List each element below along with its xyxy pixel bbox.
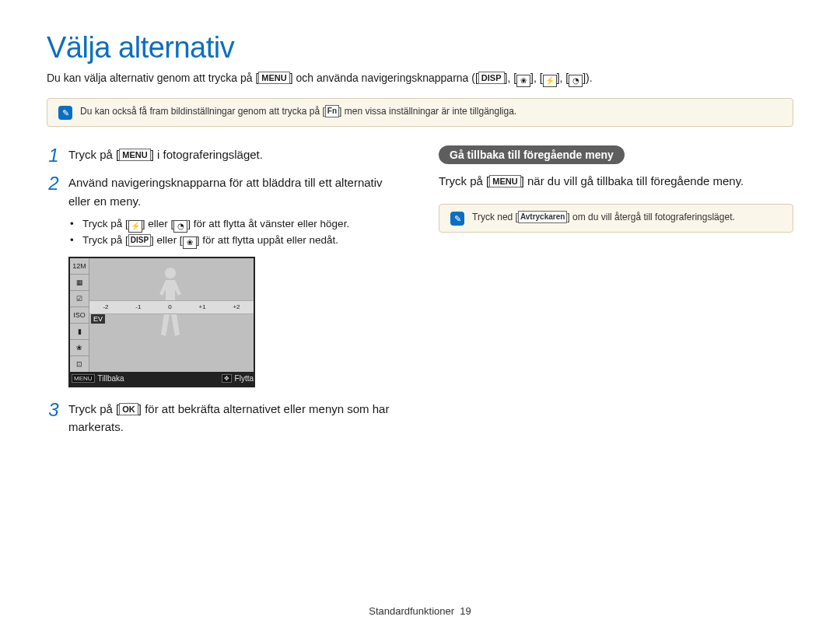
right-note-post: ] om du vill återgå till fotograferingsl… <box>567 212 734 222</box>
menu-key: MENU <box>489 175 520 187</box>
lcd-side-icons: 12M ▦ ☑ ISO ▮ ❀ ⊡ <box>70 258 89 372</box>
lcd-canvas: -2 -1 0 +1 +2 EV <box>89 258 254 372</box>
flash-icon: ⚡ <box>128 220 142 233</box>
lcd-side-icon: ▦ <box>70 275 89 291</box>
disp-key: DISP <box>478 72 505 84</box>
top-note: ✎ Du kan också få fram bildinställningar… <box>47 98 793 127</box>
intro-prefix: Du kan välja alternativ genom att trycka… <box>47 72 258 84</box>
note-icon: ✎ <box>450 212 464 226</box>
intro-text: Du kan välja alternativ genom att trycka… <box>47 69 793 87</box>
ev-tick: -2 <box>103 303 108 310</box>
lcd-side-icon: ❀ <box>70 340 89 356</box>
s2a-post: ] för att flytta åt vänster eller höger. <box>187 218 349 229</box>
page-footer: Standardfunktioner 19 <box>0 605 840 617</box>
s2a-mid: ] eller [ <box>142 218 174 229</box>
right-note: ✎ Tryck ned [Avtryckaren] om du vill åte… <box>439 204 793 233</box>
intro-close: ]). <box>583 72 592 84</box>
step-3: 3 Tryck på [OK] för att bekräfta alterna… <box>47 400 401 436</box>
step-2-num: 2 <box>47 173 61 210</box>
step-1: 1 Tryck på [MENU] i fotograferingsläget. <box>47 145 401 166</box>
flash-icon: ⚡ <box>543 75 557 87</box>
flower-icon: ❀ <box>516 75 530 87</box>
lcd-side-icon: 12M <box>70 258 89 275</box>
step-2: 2 Använd navigeringsknapparna för att bl… <box>47 173 401 210</box>
lcd-back-label: Tillbaka <box>98 374 124 383</box>
step-1-num: 1 <box>47 145 61 166</box>
s2b-post: ] för att flytta uppåt eller nedåt. <box>197 234 338 246</box>
shutter-key: Avtryckaren <box>518 211 567 223</box>
step-3-num: 3 <box>47 400 61 436</box>
s2a-pre: Tryck på [ <box>82 218 128 229</box>
ev-tick: +2 <box>233 303 240 310</box>
ev-label: EV <box>91 314 105 324</box>
footer-section: Standardfunktioner <box>369 605 454 617</box>
intro-sep1: ], [ <box>505 72 517 84</box>
ok-key: OK <box>119 403 138 415</box>
ev-scale: -2 -1 0 +1 +2 <box>89 300 254 314</box>
right-note-pre: Tryck ned [ <box>472 212 518 222</box>
lcd-move-label: Flytta <box>235 374 254 383</box>
footer-page: 19 <box>460 605 471 617</box>
lcd-side-icon: ▮ <box>70 324 89 340</box>
top-note-after: ] men vissa inställningar är inte tillgä… <box>339 106 516 117</box>
ev-tick: 0 <box>168 303 171 310</box>
right-text-pre: Tryck på [ <box>439 174 489 187</box>
section-pill: Gå tillbaka till föregående meny <box>439 145 625 164</box>
timer-icon: ◔ <box>569 75 583 87</box>
timer-icon: ◔ <box>173 220 187 233</box>
intro-sep3: ], [ <box>557 72 569 84</box>
ev-tick: -1 <box>135 303 141 310</box>
s2b-pre: Tryck på [ <box>82 234 128 246</box>
right-column: Gå tillbaka till föregående meny Tryck p… <box>439 145 793 443</box>
menu-key: MENU <box>258 72 289 84</box>
lcd-side-icon: ⊡ <box>70 356 89 372</box>
step-1-pre: Tryck på [ <box>68 148 119 161</box>
ev-tick: +1 <box>198 303 205 310</box>
fn-key: Fn <box>325 105 339 117</box>
bullet-icon: • <box>70 218 76 233</box>
step-2a: • Tryck på [⚡] eller [◔] för att flytta … <box>70 218 401 233</box>
step-2b: • Tryck på [DISP] eller [❀] för att flyt… <box>70 234 401 249</box>
step-1-post: ] i fotograferingsläget. <box>151 148 263 161</box>
step-2-text: Använd navigeringsknapparna för att bläd… <box>68 173 401 210</box>
intro-mid: ] och använda navigeringsknapparna ([ <box>290 72 478 84</box>
right-text: Tryck på [MENU] när du vill gå tillbaka … <box>439 172 793 190</box>
lcd-footer: MENU Tillbaka ✥ Flytta <box>70 372 254 386</box>
bullet-icon: • <box>70 234 76 249</box>
lcd-back-key: MENU <box>72 374 95 383</box>
disp-key: DISP <box>128 234 151 247</box>
right-text-post: ] när du vill gå tillbaka till föregåend… <box>521 174 744 187</box>
intro-sep2: ], [ <box>530 72 543 84</box>
step-1-key: MENU <box>119 149 150 161</box>
note-icon: ✎ <box>58 106 72 120</box>
top-note-before: Du kan också få fram bildinställningar g… <box>80 106 325 117</box>
left-column: 1 Tryck på [MENU] i fotograferingsläget.… <box>47 145 401 443</box>
lcd-move-key: ✥ <box>222 374 232 383</box>
lcd-side-icon: ISO <box>70 307 89 324</box>
flower-icon: ❀ <box>183 236 197 249</box>
step-3-pre: Tryck på [ <box>68 402 119 415</box>
lcd-side-icon: ☑ <box>70 291 89 307</box>
camera-lcd: 12M ▦ ☑ ISO ▮ ❀ ⊡ -2 -1 <box>68 257 255 387</box>
s2b-mid: ] eller [ <box>151 234 183 246</box>
page-title: Välja alternativ <box>47 31 793 65</box>
